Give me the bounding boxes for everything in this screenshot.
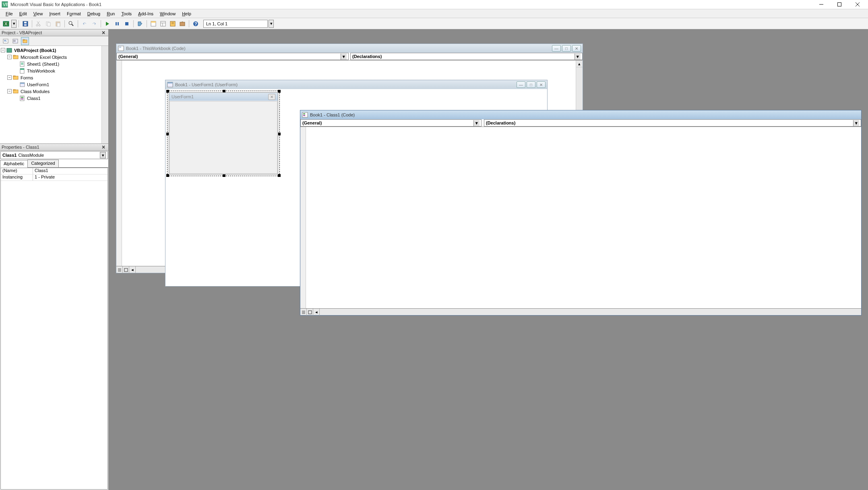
child-maximize-button[interactable]: □ <box>562 45 571 52</box>
cut-button[interactable] <box>34 19 43 28</box>
help-button[interactable]: ? <box>191 19 200 28</box>
child-close-button[interactable]: ✕ <box>572 45 581 52</box>
properties-close[interactable]: × <box>100 144 107 150</box>
child-maximize-button[interactable]: □ <box>527 81 535 88</box>
properties-window-button[interactable] <box>159 19 167 28</box>
window-userform-titlebar[interactable]: Book1 - UserForm1 (UserForm) — □ ✕ <box>165 80 547 89</box>
tree-class1[interactable]: Class1 <box>1 95 107 102</box>
redo-button[interactable] <box>90 19 99 28</box>
dropdown-arrow-icon[interactable]: ▾ <box>100 152 106 158</box>
property-row[interactable]: Instancing 1 - Private <box>1 174 107 181</box>
svg-rect-18 <box>57 23 60 27</box>
menu-window[interactable]: Window <box>157 10 179 17</box>
code-editor[interactable] <box>306 127 861 308</box>
child-minimize-button[interactable]: — <box>552 45 561 52</box>
userform-surface[interactable]: UserForm1 ✕ <box>169 92 278 174</box>
tree-thisworkbook[interactable]: ThisWorkbook <box>1 67 107 74</box>
properties-object-selector[interactable]: Class1 ClassModule ▾ <box>0 151 108 159</box>
project-explorer: Project - VBAProject × − VBAProject (Boo… <box>0 29 108 144</box>
svg-point-19 <box>69 21 72 25</box>
view-object-button[interactable] <box>11 37 19 45</box>
child-close-button[interactable]: ✕ <box>537 81 546 88</box>
expander-icon[interactable]: − <box>7 75 12 80</box>
project-explorer-title: Project - VBAProject <box>2 30 100 35</box>
expander-icon[interactable]: − <box>1 48 5 52</box>
expander-icon[interactable]: − <box>7 55 12 59</box>
menu-debug[interactable]: Debug <box>84 10 103 17</box>
object-browser-button[interactable] <box>168 19 177 28</box>
properties-grid[interactable]: (Name) Class1 Instancing 1 - Private <box>0 168 108 490</box>
window-thisworkbook-titlebar[interactable]: Book1 - ThisWorkbook (Code) — □ ✕ <box>116 44 583 53</box>
code-margin <box>300 127 306 308</box>
tree-scrollbar[interactable] <box>101 46 108 143</box>
project-explorer-close[interactable]: × <box>100 29 107 36</box>
close-button[interactable] <box>848 0 866 9</box>
userform-client-area[interactable] <box>169 101 277 174</box>
property-row[interactable]: (Name) Class1 <box>1 168 107 174</box>
menu-run[interactable]: Run <box>103 10 118 17</box>
minimize-button[interactable] <box>812 0 830 9</box>
svg-rect-58 <box>20 83 25 84</box>
tab-categorized[interactable]: Categorized <box>27 160 58 167</box>
object-dropdown[interactable]: (General)▾ <box>116 53 349 60</box>
tab-alphabetic[interactable]: Alphabetic <box>0 160 28 168</box>
tree-userform1[interactable]: UserForm1 <box>1 81 107 88</box>
expander-icon[interactable]: − <box>7 89 12 93</box>
find-button[interactable] <box>67 19 76 28</box>
insert-dropdown[interactable]: ▾ <box>11 20 17 28</box>
save-button[interactable] <box>21 19 30 28</box>
svg-rect-62 <box>21 97 23 98</box>
window-class1[interactable]: Book1 - Class1 (Code) (General)▾ (Declar… <box>300 110 862 316</box>
toggle-folders-button[interactable] <box>21 37 29 45</box>
tree-sheet1[interactable]: Sheet1 (Sheet1) <box>1 60 107 67</box>
menu-format[interactable]: Format <box>64 10 84 17</box>
horizontal-scrollbar[interactable] <box>320 309 368 315</box>
menu-file[interactable]: File <box>2 10 16 17</box>
project-explorer-button[interactable] <box>149 19 158 28</box>
menu-tools[interactable]: Tools <box>118 10 135 17</box>
menu-addins[interactable]: Add-Ins <box>135 10 157 17</box>
svg-rect-74 <box>303 115 305 116</box>
object-dropdown[interactable]: (General)▾ <box>300 119 482 127</box>
procedure-dropdown[interactable]: (Declarations)▾ <box>350 53 583 60</box>
design-mode-button[interactable] <box>136 19 145 28</box>
menu-view[interactable]: View <box>30 10 46 17</box>
break-button[interactable] <box>113 19 122 28</box>
tree-class-modules[interactable]: − Class Modules <box>1 88 107 95</box>
toolbar-overflow[interactable]: ▾ <box>269 20 274 28</box>
tree-vbaproject[interactable]: − VBAProject (Book1) <box>1 47 107 54</box>
run-button[interactable] <box>103 19 112 28</box>
project-tree[interactable]: − VBAProject (Book1) − Microsoft Excel O… <box>0 46 108 143</box>
full-module-view-button[interactable] <box>307 309 313 316</box>
reset-button[interactable] <box>122 19 131 28</box>
procedure-view-button[interactable] <box>300 309 307 316</box>
svg-rect-9 <box>24 22 27 23</box>
menu-edit[interactable]: Edit <box>16 10 30 17</box>
full-module-view-button[interactable] <box>123 266 129 273</box>
menubar: File Edit View Insert Format Debug Run T… <box>0 9 868 18</box>
copy-button[interactable] <box>44 19 53 28</box>
svg-rect-78 <box>308 311 312 314</box>
undo-button[interactable] <box>80 19 89 28</box>
scroll-left-button[interactable]: ◂ <box>129 266 136 273</box>
tree-forms[interactable]: − Forms <box>1 74 107 81</box>
procedure-view-button[interactable] <box>116 266 123 273</box>
svg-rect-56 <box>13 76 15 77</box>
maximize-button[interactable] <box>830 0 848 9</box>
procedure-dropdown[interactable]: (Declarations)▾ <box>484 119 861 127</box>
window-class1-titlebar[interactable]: Book1 - Class1 (Code) <box>300 110 861 119</box>
child-minimize-button[interactable]: — <box>517 81 525 88</box>
tree-excel-objects[interactable]: − Microsoft Excel Objects <box>1 54 107 60</box>
svg-rect-64 <box>118 46 124 51</box>
view-code-button[interactable] <box>2 37 10 45</box>
svg-rect-10 <box>24 24 27 26</box>
menu-insert[interactable]: Insert <box>46 10 64 17</box>
view-excel-button[interactable]: X <box>2 19 10 28</box>
menu-help[interactable]: Help <box>179 10 194 17</box>
form-icon <box>19 82 26 87</box>
scroll-left-button[interactable]: ◂ <box>313 309 320 316</box>
toolbox-button[interactable] <box>178 19 187 28</box>
svg-rect-24 <box>116 22 117 25</box>
paste-button[interactable] <box>54 19 62 28</box>
svg-point-13 <box>36 25 38 26</box>
